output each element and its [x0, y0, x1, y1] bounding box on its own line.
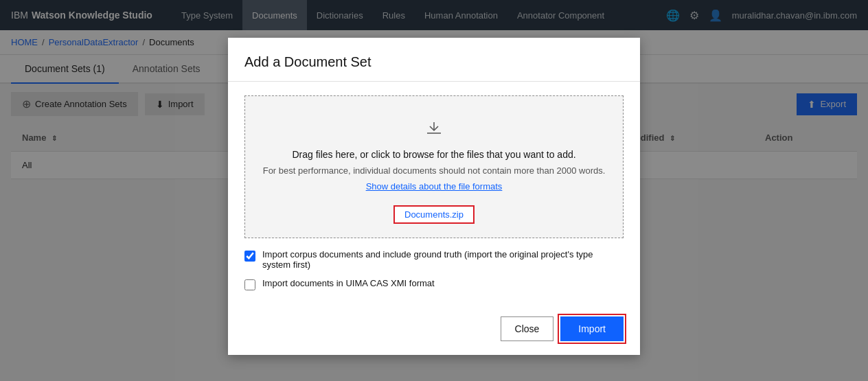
- modal: Add a Document Set Drag files here, or c…: [228, 38, 640, 355]
- checkbox-group: Import corpus documents and include grou…: [244, 249, 624, 290]
- upload-icon: [423, 115, 445, 139]
- dropzone[interactable]: Drag files here, or click to browse for …: [244, 95, 624, 238]
- checkbox-uima-label: Import documents in UIMA CAS XMI format: [262, 278, 435, 288]
- checkbox-corpus[interactable]: [244, 251, 255, 262]
- checkbox-row-1: Import corpus documents and include grou…: [244, 249, 624, 270]
- checkbox-row-2: Import documents in UIMA CAS XMI format: [244, 278, 624, 290]
- close-button[interactable]: Close: [501, 316, 554, 341]
- dropzone-link[interactable]: Show details about the file formats: [366, 181, 503, 192]
- dropzone-text: Drag files here, or click to browse for …: [292, 149, 575, 160]
- modal-header: Add a Document Set: [228, 38, 640, 82]
- import-modal-button[interactable]: Import: [560, 316, 624, 341]
- file-badge[interactable]: Documents.zip: [393, 205, 475, 224]
- dropzone-hint: For best performance, individual documen…: [263, 165, 606, 176]
- modal-title: Add a Document Set: [244, 54, 624, 70]
- modal-footer: Close Import: [228, 310, 640, 355]
- checkbox-uima[interactable]: [244, 279, 255, 290]
- modal-overlay: Add a Document Set Drag files here, or c…: [0, 0, 868, 376]
- checkbox-corpus-label: Import corpus documents and include grou…: [262, 249, 624, 270]
- modal-body: Drag files here, or click to browse for …: [228, 82, 640, 310]
